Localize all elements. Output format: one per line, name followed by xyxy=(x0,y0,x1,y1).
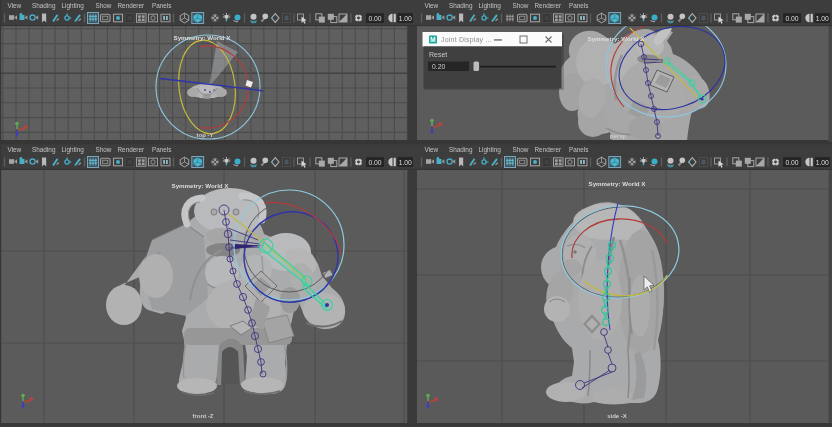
svg-text:M: M xyxy=(430,36,435,43)
svg-text:Symmetry: World X: Symmetry: World X xyxy=(588,35,646,42)
svg-text:Symmetry: World X: Symmetry: World X xyxy=(174,34,232,41)
svg-text:Joint Display ...: Joint Display ... xyxy=(441,36,492,44)
svg-text:side -X: side -X xyxy=(607,413,627,419)
svg-text:front -Z: front -Z xyxy=(193,413,214,419)
svg-text:0.20: 0.20 xyxy=(432,63,445,70)
svg-text:top -Y: top -Y xyxy=(197,132,214,138)
svg-text:persp: persp xyxy=(610,133,627,139)
svg-text:Symmetry: World X: Symmetry: World X xyxy=(589,180,647,187)
svg-text:Reset: Reset xyxy=(429,51,447,58)
svg-text:Symmetry: World X: Symmetry: World X xyxy=(172,182,230,189)
